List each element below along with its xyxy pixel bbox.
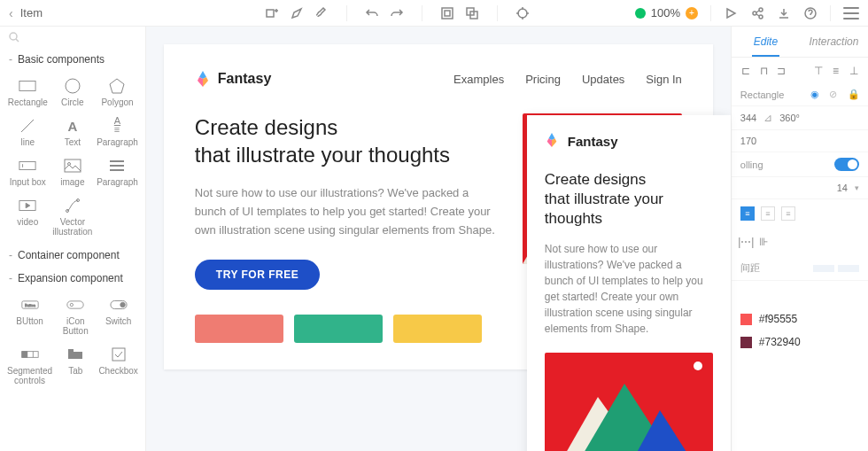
section-expansion[interactable]: Expansion component [0,267,145,290]
brush-icon[interactable] [314,6,329,20]
svg-rect-27 [68,352,82,359]
svg-rect-29 [112,348,125,361]
section-basic[interactable]: Basic components [0,48,145,71]
comp-input[interactable]: Input box [5,154,50,191]
height-input[interactable]: 170 [740,136,756,146]
angle-icon: ⊿ [763,112,772,124]
comp-image[interactable]: image [50,154,96,191]
color-row-1[interactable]: #f95555 [732,307,868,330]
inspector-panel: Edite Interaction ⊏ ⊓ ⊐ ⊤ ≡ ⊥ Rectangle … [731,27,868,451]
svg-rect-0 [267,10,274,17]
comp-rectangle[interactable]: Rectangle [5,74,50,111]
lock-icon[interactable]: 🔒 [848,89,859,100]
rotation-input[interactable]: 360° [779,113,800,123]
add-icon[interactable]: + [686,7,698,19]
zoom-indicator[interactable]: 100% + [635,6,698,19]
comp-paragraph[interactable]: A≡Paragraph [95,114,140,151]
visibility-icon[interactable]: ◉ [810,89,822,100]
back-button[interactable]: ‹ [9,6,13,20]
svg-point-22 [70,303,73,306]
help-icon[interactable] [803,6,818,20]
svg-text:Button: Button [25,303,36,307]
align-middle-icon[interactable]: ≡ [830,65,841,76]
comp-checkbox[interactable]: Checkbox [97,343,139,389]
nav-examples[interactable]: Examples [453,73,504,86]
group-icon[interactable] [440,6,454,20]
distribute-h-icon[interactable]: |⋯| [740,235,752,249]
cta-button[interactable]: TRY FOR FREE [195,260,320,290]
comp-line[interactable]: line [5,114,50,151]
color-chip [740,314,752,325]
share-icon[interactable] [750,6,764,20]
add-artboard-icon[interactable] [265,6,279,20]
align-center-icon[interactable]: ⊓ [758,65,770,76]
play-icon[interactable] [724,6,738,20]
search-input[interactable] [0,27,145,48]
distribute-v-icon[interactable]: ⊪ [758,235,770,249]
comp-button[interactable]: ButtonBUtton [5,293,54,339]
comp-video[interactable]: video [5,194,50,240]
scrolling-label: olling [740,159,763,170]
svg-rect-13 [19,161,35,169]
comp-paragraph2[interactable]: Paragraph [95,154,140,191]
status-dot-icon [635,8,646,19]
color-chip [740,337,752,348]
logo-icon [195,71,211,87]
nav-pricing[interactable]: Pricing [525,73,561,86]
width-input[interactable]: 344 [740,113,756,123]
align-left-icon[interactable]: ⊏ [740,65,752,76]
svg-rect-28 [68,349,74,353]
section-container[interactable]: Container component [0,244,145,267]
text-align-left[interactable]: ≡ [740,206,755,221]
pen-icon[interactable] [290,6,304,20]
svg-point-24 [120,302,124,307]
text-align-center[interactable]: ≡ [761,206,775,221]
hamburger-icon[interactable] [843,7,859,19]
comp-tab[interactable]: Tab [54,343,97,389]
comp-text[interactable]: AText [50,114,96,151]
nav-signin[interactable]: Sign In [646,73,681,86]
logo-icon [545,133,561,149]
comp-segmented[interactable]: Segmented controls [5,343,54,389]
swatch-red[interactable] [195,315,283,343]
hero-description: Not sure how to use our illustrations? W… [195,184,496,239]
comp-circle[interactable]: Circle [50,74,96,111]
comp-vector[interactable]: Vector illustration [50,194,96,240]
font-size-input[interactable]: 14 [837,183,848,193]
scrolling-toggle[interactable] [834,158,859,171]
canvas[interactable]: Fantasy Examples Pricing Updates Sign In… [146,27,731,451]
nav-updates[interactable]: Updates [582,73,624,86]
align-bottom-icon[interactable]: ⊥ [848,65,859,76]
tab-edit[interactable]: Edite [732,27,800,57]
breadcrumb-item: Item [20,6,43,19]
brand-logo: Fantasy [195,71,271,87]
target-icon[interactable] [515,6,530,20]
redo-icon[interactable] [390,6,404,20]
color-row-2[interactable]: #732940 [732,330,868,354]
nav-menu: Examples Pricing Updates Sign In [453,73,682,86]
mobile-preview: Fantasy Create designsthat illustrate yo… [527,115,731,451]
undo-icon[interactable] [365,6,379,20]
svg-rect-14 [65,159,81,172]
ungroup-icon[interactable] [465,6,479,20]
disable-icon[interactable]: ⊘ [829,89,841,100]
download-icon[interactable] [777,6,791,20]
svg-point-8 [759,15,763,19]
tab-interaction[interactable]: Interaction [800,27,868,57]
svg-rect-21 [67,301,83,308]
swatch-yellow[interactable] [393,315,482,343]
align-right-icon[interactable]: ⊐ [776,65,787,76]
color-swatches [195,315,496,343]
text-align-right[interactable]: ≡ [781,206,795,221]
swatch-green[interactable] [294,315,383,343]
comp-polygon[interactable]: Polygon [95,74,140,111]
comp-switch[interactable]: Switch [97,293,139,339]
spacing-label: 间距 [740,261,760,275]
svg-point-6 [753,12,756,15]
element-type-row: Rectangle ◉ ⊘ 🔒 [732,83,868,106]
comp-icon-button[interactable]: iCon Button [54,293,97,339]
align-top-icon[interactable]: ⊤ [812,65,824,76]
svg-rect-26 [21,352,27,358]
svg-point-10 [10,33,17,40]
preview-description: Not sure how to use our illustrations? W… [545,241,713,337]
